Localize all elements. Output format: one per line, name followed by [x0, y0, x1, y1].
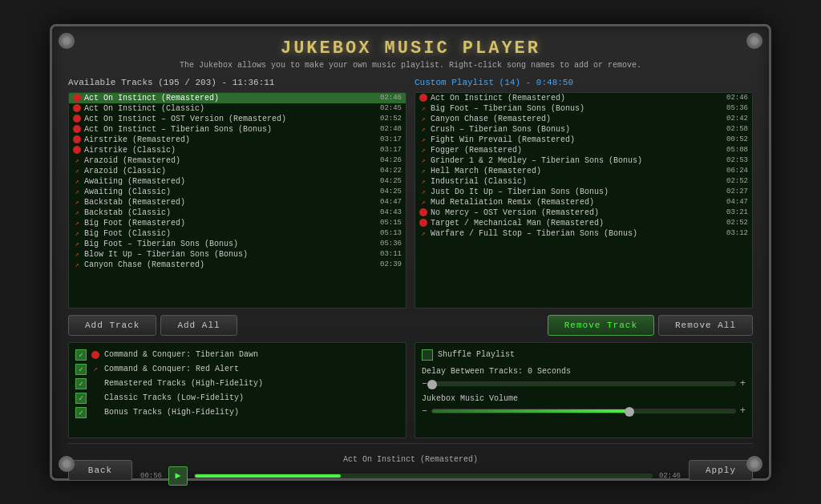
available-track-item[interactable]: Airstrike (Remastered)03:17 — [69, 135, 406, 145]
available-track-item[interactable]: ↗Big Foot – Tiberian Sons (Bonus)05:36 — [69, 239, 406, 249]
available-track-item[interactable]: Airstrike (Classic)03:17 — [69, 145, 406, 155]
back-button[interactable]: Back — [68, 460, 132, 481]
available-track-item[interactable]: ↗Arazoid (Classic)04:22 — [69, 166, 406, 176]
player-controls: 00:56 ▶ 02:46 — [140, 466, 681, 486]
available-track-item[interactable]: ↗Big Foot (Classic)05:13 — [69, 228, 406, 239]
filter-item[interactable]: ✓Classic Tracks (Low-Fidelity) — [75, 393, 399, 404]
track-time: 02:42 — [726, 115, 748, 123]
arrow-icon: ↗ — [419, 125, 427, 133]
track-name: Crush – Tiberian Sons (Bonus) — [431, 125, 723, 134]
red-circle-icon — [419, 208, 427, 216]
filter-item[interactable]: ✓Command & Conquer: Tiberian Dawn — [75, 349, 399, 361]
track-time: 04:25 — [380, 177, 402, 185]
delay-slider-row: Delay Between Tracks: 0 Seconds – + — [422, 367, 746, 389]
delay-plus[interactable]: + — [740, 378, 746, 389]
filter-item[interactable]: ✓↗Command & Conquer: Red Alert — [75, 364, 399, 375]
playlist-track-item[interactable]: No Mercy – OST Version (Remastered)03:21 — [415, 208, 752, 218]
remove-track-button[interactable]: Remove Track — [548, 315, 654, 336]
available-track-item[interactable]: Act On Instinct – Tiberian Sons (Bonus)0… — [69, 124, 406, 135]
track-name: Fogger (Remastered) — [431, 146, 723, 155]
arrow-icon: ↗ — [73, 198, 81, 206]
playlist-track-item[interactable]: ↗Just Do It Up – Tiberian Sons (Bonus)02… — [415, 187, 752, 197]
title-area: JUKEBOX MUSIC PLAYER The Jukebox allows … — [52, 26, 769, 76]
delay-minus[interactable]: – — [422, 378, 427, 389]
track-name: Big Foot – Tiberian Sons (Bonus) — [431, 104, 723, 113]
player-progress-bar[interactable] — [194, 474, 653, 478]
volume-slider-thumb[interactable] — [625, 407, 634, 417]
corner-bolt-tr — [746, 33, 762, 49]
available-track-item[interactable]: ↗Arazoid (Remastered)04:26 — [69, 155, 406, 166]
red-circle-icon — [73, 125, 81, 133]
available-track-item[interactable]: ↗Backstab (Remastered)04:47 — [69, 197, 406, 208]
track-name: Canyon Chase (Remastered) — [431, 115, 723, 123]
volume-minus[interactable]: – — [422, 405, 427, 417]
available-track-item[interactable]: ↗Big Foot (Remastered)05:15 — [69, 218, 406, 228]
player-time-elapsed: 00:56 — [140, 472, 162, 480]
add-all-button[interactable]: Add All — [160, 315, 237, 336]
track-name: Mud Retaliation Remix (Remastered) — [431, 198, 723, 207]
available-track-item[interactable]: ↗Canyon Chase (Remastered)02:39 — [69, 260, 406, 270]
player-time-total: 02:46 — [659, 472, 681, 480]
bottom-section: ✓Command & Conquer: Tiberian Dawn✓↗Comma… — [52, 342, 769, 438]
arrow-icon: ↗ — [73, 187, 81, 196]
track-name: Arazoid (Classic) — [84, 167, 377, 175]
filter-checkbox[interactable]: ✓ — [75, 407, 87, 418]
track-time: 02:46 — [380, 94, 402, 102]
add-track-button[interactable]: Add Track — [68, 315, 156, 336]
delay-slider-thumb[interactable] — [427, 380, 437, 389]
playlist-track-item[interactable]: ↗Grinder 1 & 2 Medley – Tiberian Sons (B… — [415, 155, 752, 166]
play-button[interactable]: ▶ — [168, 466, 188, 486]
red-circle-icon — [419, 219, 427, 227]
player-area: Act On Instinct (Remastered) 00:56 ▶ 02:… — [140, 455, 681, 486]
available-track-item[interactable]: ↗Awaiting (Classic)04:25 — [69, 187, 406, 197]
main-window: JUKEBOX MUSIC PLAYER The Jukebox allows … — [50, 24, 771, 481]
track-time: 02:46 — [726, 94, 748, 102]
filter-item[interactable]: ✓Remastered Tracks (High-Fidelity) — [75, 378, 399, 389]
volume-slider-row: Jukebox Music Volume – + — [422, 394, 746, 417]
filter-label: Bonus Tracks (High-Fidelity) — [104, 408, 239, 417]
shuffle-checkbox[interactable] — [422, 349, 433, 361]
available-track-item[interactable]: Act On Instinct – OST Version (Remastere… — [69, 114, 406, 124]
playlist-track-item[interactable]: ↗Big Foot – Tiberian Sons (Bonus)05:36 — [415, 103, 752, 114]
filter-checkbox[interactable]: ✓ — [75, 364, 87, 375]
available-track-item[interactable]: ↗Blow It Up – Tiberian Sons (Bonus)03:11 — [69, 249, 406, 260]
volume-plus[interactable]: + — [740, 405, 746, 417]
playlist-track-item[interactable]: ↗Mud Retaliation Remix (Remastered)04:47 — [415, 197, 752, 208]
track-time: 04:25 — [380, 187, 402, 196]
arrow-icon: ↗ — [73, 167, 81, 175]
playlist-track-item[interactable]: ↗Fogger (Remastered)05:08 — [415, 145, 752, 155]
playlist-track-item[interactable]: Act On Instinct (Remastered)02:46 — [415, 93, 752, 103]
playlist-track-item[interactable]: ↗Warfare / Full Stop – Tiberian Sons (Bo… — [415, 228, 752, 239]
apply-button[interactable]: Apply — [689, 460, 753, 481]
track-time: 02:53 — [726, 156, 748, 164]
track-time: 03:12 — [726, 229, 748, 237]
available-track-item[interactable]: ↗Awaiting (Remastered)04:25 — [69, 176, 406, 187]
remove-all-button[interactable]: Remove All — [658, 315, 753, 336]
playlist-track-item[interactable]: ↗Fight Win Prevail (Remastered)00:52 — [415, 135, 752, 145]
track-time: 04:47 — [726, 198, 748, 206]
playlist-track-item[interactable]: ↗Canyon Chase (Remastered)02:42 — [415, 114, 752, 124]
track-name: Hell March (Remastered) — [431, 167, 723, 175]
filter-checkbox[interactable]: ✓ — [75, 378, 87, 389]
volume-slider-track[interactable] — [431, 409, 736, 413]
available-track-item[interactable]: Act On Instinct (Classic)02:45 — [69, 103, 406, 114]
delay-slider-track[interactable] — [431, 381, 736, 386]
filter-checkbox[interactable]: ✓ — [75, 349, 87, 361]
track-name: Target / Mechanical Man (Remastered) — [431, 219, 723, 228]
available-track-item[interactable]: ↗Backstab (Classic)04:43 — [69, 208, 406, 218]
playlist-track-item[interactable]: ↗Hell March (Remastered)06:24 — [415, 166, 752, 176]
arrow-icon: ↗ — [73, 177, 81, 185]
playlist-track-item[interactable]: ↗Crush – Tiberian Sons (Bonus)02:58 — [415, 124, 752, 135]
available-tracks-list[interactable]: Act On Instinct (Remastered)02:46Act On … — [68, 92, 406, 308]
filter-checkbox[interactable]: ✓ — [75, 393, 87, 404]
track-time: 04:26 — [380, 156, 402, 164]
playlist-track-item[interactable]: ↗Industrial (Classic)02:52 — [415, 176, 752, 187]
available-track-item[interactable]: Act On Instinct (Remastered)02:46 — [69, 93, 406, 103]
filter-item[interactable]: ✓Bonus Tracks (High-Fidelity) — [75, 407, 399, 418]
playlist-track-item[interactable]: Target / Mechanical Man (Remastered)02:5… — [415, 218, 752, 228]
playlist-track-list[interactable]: Act On Instinct (Remastered)02:46↗Big Fo… — [415, 92, 753, 308]
track-time: 04:47 — [380, 198, 402, 206]
playlist-panel: Custom Playlist (14) - 0:48:50 Act On In… — [415, 76, 753, 308]
corner-bolt-tl — [59, 33, 75, 49]
track-time: 06:24 — [726, 167, 748, 175]
